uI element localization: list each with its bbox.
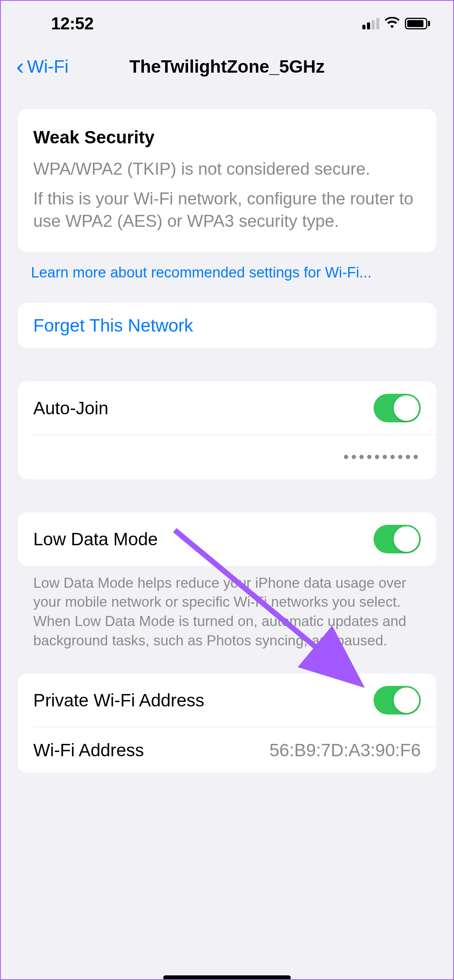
private-address-card: Private Wi-Fi Address Wi-Fi Address 56:B… <box>18 674 436 773</box>
wifi-address-label: Wi-Fi Address <box>33 740 144 761</box>
auto-join-toggle[interactable] <box>374 394 421 422</box>
wifi-address-row[interactable]: Wi-Fi Address 56:B9:7D:A3:90:F6 <box>18 727 436 773</box>
low-data-mode-label: Low Data Mode <box>33 529 158 550</box>
status-icons <box>362 17 430 30</box>
nav-header: ‹ Wi-Fi TheTwilightZone_5GHz <box>1 43 453 97</box>
low-data-mode-row: Low Data Mode <box>18 512 436 566</box>
cellular-signal-icon <box>362 18 379 29</box>
forget-network-button[interactable]: Forget This Network <box>18 303 436 348</box>
password-value: •••••••••• <box>343 448 421 466</box>
wifi-icon <box>385 17 399 30</box>
password-row[interactable]: •••••••••• <box>18 435 436 479</box>
low-data-mode-toggle[interactable] <box>374 525 421 553</box>
page-title: TheTwilightZone_5GHz <box>129 56 324 77</box>
weak-security-card: Weak Security WPA/WPA2 (TKIP) is not con… <box>18 109 436 252</box>
security-title: Weak Security <box>33 127 421 148</box>
auto-join-label: Auto-Join <box>33 398 108 419</box>
learn-more-link[interactable]: Learn more about recommended settings fo… <box>31 264 436 281</box>
security-desc-1: WPA/WPA2 (TKIP) is not considered secure… <box>33 158 421 180</box>
private-wifi-address-row: Private Wi-Fi Address <box>18 674 436 727</box>
wifi-address-value: 56:B9:7D:A3:90:F6 <box>270 740 421 761</box>
back-label: Wi-Fi <box>27 56 68 77</box>
battery-icon <box>405 18 430 29</box>
private-wifi-address-toggle[interactable] <box>374 686 421 715</box>
chevron-left-icon: ‹ <box>16 55 24 78</box>
low-data-mode-card: Low Data Mode <box>18 512 436 566</box>
forget-network-card: Forget This Network <box>18 303 436 348</box>
private-wifi-address-label: Private Wi-Fi Address <box>33 690 204 711</box>
status-bar: 12:52 <box>1 1 453 43</box>
connection-settings-card: Auto-Join •••••••••• <box>18 381 436 479</box>
low-data-mode-footer: Low Data Mode helps reduce your iPhone d… <box>18 566 436 651</box>
auto-join-row: Auto-Join <box>18 381 436 435</box>
forget-network-label: Forget This Network <box>33 315 193 336</box>
home-indicator[interactable] <box>163 975 291 980</box>
back-button[interactable]: ‹ Wi-Fi <box>16 55 68 78</box>
status-time: 12:52 <box>51 14 94 33</box>
security-desc-2: If this is your Wi-Fi network, configure… <box>33 187 421 233</box>
